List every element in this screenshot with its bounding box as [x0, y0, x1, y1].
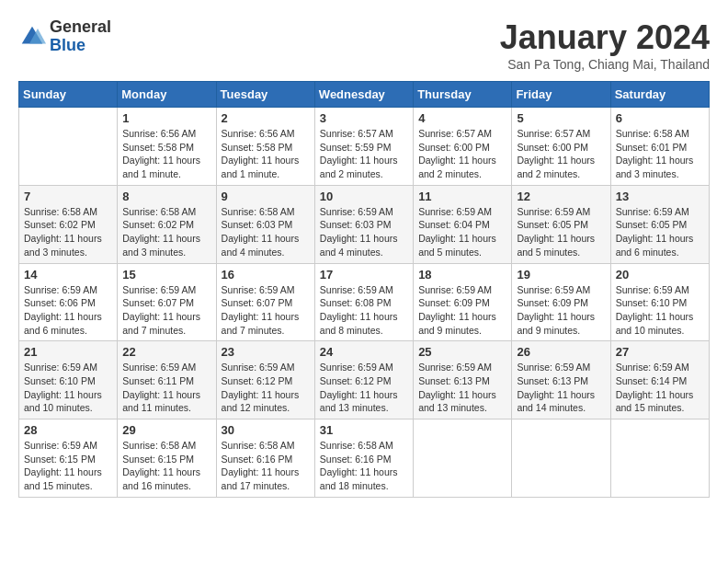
- calendar-cell: 6Sunrise: 6:58 AM Sunset: 6:01 PM Daylig…: [610, 108, 709, 186]
- week-row-4: 21Sunrise: 6:59 AM Sunset: 6:10 PM Dayli…: [19, 341, 710, 419]
- day-number: 5: [517, 111, 605, 125]
- day-number: 6: [616, 111, 704, 125]
- weekday-header-tuesday: Tuesday: [216, 82, 314, 108]
- day-info: Sunrise: 6:59 AM Sunset: 6:09 PM Dayligh…: [418, 283, 506, 338]
- logo: General Blue: [18, 18, 111, 55]
- day-info: Sunrise: 6:58 AM Sunset: 6:02 PM Dayligh…: [24, 205, 112, 259]
- day-number: 2: [222, 111, 310, 125]
- day-info: Sunrise: 6:59 AM Sunset: 6:10 PM Dayligh…: [616, 283, 704, 338]
- day-info: Sunrise: 6:59 AM Sunset: 6:05 PM Dayligh…: [517, 205, 605, 259]
- day-number: 24: [320, 345, 408, 359]
- day-info: Sunrise: 6:59 AM Sunset: 6:09 PM Dayligh…: [517, 283, 605, 338]
- day-info: Sunrise: 6:58 AM Sunset: 6:15 PM Dayligh…: [122, 439, 210, 493]
- day-info: Sunrise: 6:59 AM Sunset: 6:14 PM Dayligh…: [616, 361, 704, 415]
- day-info: Sunrise: 6:59 AM Sunset: 6:03 PM Dayligh…: [320, 205, 408, 259]
- day-number: 7: [24, 190, 112, 203]
- calendar-cell: 14Sunrise: 6:59 AM Sunset: 6:06 PM Dayli…: [19, 263, 118, 341]
- day-info: Sunrise: 6:58 AM Sunset: 6:16 PM Dayligh…: [222, 439, 310, 493]
- day-number: 28: [24, 423, 112, 437]
- calendar-cell: 22Sunrise: 6:59 AM Sunset: 6:11 PM Dayli…: [118, 341, 216, 419]
- weekday-header-monday: Monday: [118, 82, 216, 108]
- day-info: Sunrise: 6:56 AM Sunset: 5:58 PM Dayligh…: [222, 127, 310, 181]
- weekday-header-saturday: Saturday: [610, 82, 709, 108]
- day-info: Sunrise: 6:57 AM Sunset: 6:00 PM Dayligh…: [418, 127, 506, 181]
- calendar-cell: 2Sunrise: 6:56 AM Sunset: 5:58 PM Daylig…: [216, 108, 314, 186]
- day-number: 30: [222, 423, 310, 437]
- day-number: 4: [418, 111, 506, 125]
- day-number: 26: [517, 345, 605, 359]
- day-number: 22: [122, 345, 210, 359]
- calendar-cell: 27Sunrise: 6:59 AM Sunset: 6:14 PM Dayli…: [610, 341, 709, 419]
- calendar-cell: 18Sunrise: 6:59 AM Sunset: 6:09 PM Dayli…: [414, 263, 512, 341]
- calendar-cell: 9Sunrise: 6:58 AM Sunset: 6:03 PM Daylig…: [216, 185, 314, 263]
- day-info: Sunrise: 6:59 AM Sunset: 6:11 PM Dayligh…: [122, 361, 210, 415]
- day-number: 3: [320, 111, 408, 125]
- day-info: Sunrise: 6:59 AM Sunset: 6:08 PM Dayligh…: [320, 283, 408, 338]
- calendar-cell: 3Sunrise: 6:57 AM Sunset: 5:59 PM Daylig…: [314, 108, 413, 186]
- day-number: 19: [517, 268, 605, 282]
- week-row-2: 7Sunrise: 6:58 AM Sunset: 6:02 PM Daylig…: [19, 185, 710, 263]
- day-info: Sunrise: 6:59 AM Sunset: 6:05 PM Dayligh…: [616, 205, 704, 259]
- calendar-cell: 28Sunrise: 6:59 AM Sunset: 6:15 PM Dayli…: [19, 419, 118, 498]
- day-number: 18: [418, 268, 506, 282]
- calendar-cell: 15Sunrise: 6:59 AM Sunset: 6:07 PM Dayli…: [118, 263, 216, 341]
- day-number: 11: [418, 190, 506, 203]
- location-text: San Pa Tong, Chiang Mai, Thailand: [500, 57, 710, 72]
- logo-general-text: General: [50, 17, 111, 36]
- day-number: 16: [222, 268, 310, 282]
- calendar-cell: 13Sunrise: 6:59 AM Sunset: 6:05 PM Dayli…: [610, 185, 709, 263]
- weekday-header-sunday: Sunday: [19, 82, 118, 108]
- calendar-cell: 30Sunrise: 6:58 AM Sunset: 6:16 PM Dayli…: [216, 419, 314, 498]
- day-info: Sunrise: 6:59 AM Sunset: 6:07 PM Dayligh…: [122, 283, 210, 338]
- calendar-cell: 4Sunrise: 6:57 AM Sunset: 6:00 PM Daylig…: [414, 108, 512, 186]
- day-number: 14: [24, 268, 112, 282]
- day-info: Sunrise: 6:58 AM Sunset: 6:03 PM Dayligh…: [222, 205, 310, 259]
- day-number: 25: [418, 345, 506, 359]
- day-number: 10: [320, 190, 408, 203]
- day-number: 12: [517, 190, 605, 203]
- calendar-table: SundayMondayTuesdayWednesdayThursdayFrid…: [18, 81, 710, 498]
- weekday-header-thursday: Thursday: [414, 82, 512, 108]
- calendar-cell: 10Sunrise: 6:59 AM Sunset: 6:03 PM Dayli…: [314, 185, 413, 263]
- week-row-5: 28Sunrise: 6:59 AM Sunset: 6:15 PM Dayli…: [19, 419, 710, 498]
- logo-blue-text: Blue: [50, 36, 85, 54]
- calendar-cell: 31Sunrise: 6:58 AM Sunset: 6:16 PM Dayli…: [314, 419, 413, 498]
- calendar-cell: 7Sunrise: 6:58 AM Sunset: 6:02 PM Daylig…: [19, 185, 118, 263]
- weekday-header-row: SundayMondayTuesdayWednesdayThursdayFrid…: [19, 82, 710, 108]
- day-info: Sunrise: 6:59 AM Sunset: 6:13 PM Dayligh…: [418, 361, 506, 415]
- calendar-cell: 25Sunrise: 6:59 AM Sunset: 6:13 PM Dayli…: [414, 341, 512, 419]
- calendar-cell: [19, 108, 118, 186]
- day-number: 9: [222, 190, 310, 203]
- calendar-cell: 17Sunrise: 6:59 AM Sunset: 6:08 PM Dayli…: [314, 263, 413, 341]
- title-area: January 2024 San Pa Tong, Chiang Mai, Th…: [500, 18, 710, 72]
- day-info: Sunrise: 6:59 AM Sunset: 6:12 PM Dayligh…: [222, 361, 310, 415]
- weekday-header-wednesday: Wednesday: [314, 82, 413, 108]
- week-row-1: 1Sunrise: 6:56 AM Sunset: 5:58 PM Daylig…: [19, 108, 710, 186]
- calendar-cell: [610, 419, 709, 498]
- day-info: Sunrise: 6:59 AM Sunset: 6:13 PM Dayligh…: [517, 361, 605, 415]
- day-info: Sunrise: 6:58 AM Sunset: 6:01 PM Dayligh…: [616, 127, 704, 181]
- day-info: Sunrise: 6:56 AM Sunset: 5:58 PM Dayligh…: [122, 127, 210, 181]
- day-info: Sunrise: 6:59 AM Sunset: 6:07 PM Dayligh…: [222, 283, 310, 338]
- day-number: 29: [122, 423, 210, 437]
- day-number: 23: [222, 345, 310, 359]
- calendar-cell: 5Sunrise: 6:57 AM Sunset: 6:00 PM Daylig…: [512, 108, 610, 186]
- calendar-cell: 24Sunrise: 6:59 AM Sunset: 6:12 PM Dayli…: [314, 341, 413, 419]
- calendar-cell: 29Sunrise: 6:58 AM Sunset: 6:15 PM Dayli…: [118, 419, 216, 498]
- day-number: 27: [616, 345, 704, 359]
- calendar-cell: 8Sunrise: 6:58 AM Sunset: 6:02 PM Daylig…: [118, 185, 216, 263]
- day-info: Sunrise: 6:59 AM Sunset: 6:12 PM Dayligh…: [320, 361, 408, 415]
- day-info: Sunrise: 6:59 AM Sunset: 6:04 PM Dayligh…: [418, 205, 506, 259]
- logo-icon: [18, 23, 46, 51]
- calendar-cell: [512, 419, 610, 498]
- day-info: Sunrise: 6:58 AM Sunset: 6:02 PM Dayligh…: [122, 205, 210, 259]
- day-info: Sunrise: 6:57 AM Sunset: 5:59 PM Dayligh…: [320, 127, 408, 181]
- day-number: 15: [122, 268, 210, 282]
- calendar-cell: 19Sunrise: 6:59 AM Sunset: 6:09 PM Dayli…: [512, 263, 610, 341]
- calendar-cell: 11Sunrise: 6:59 AM Sunset: 6:04 PM Dayli…: [414, 185, 512, 263]
- day-number: 17: [320, 268, 408, 282]
- month-title: January 2024: [500, 18, 710, 57]
- calendar-cell: 26Sunrise: 6:59 AM Sunset: 6:13 PM Dayli…: [512, 341, 610, 419]
- logo-text: General Blue: [50, 18, 111, 55]
- day-info: Sunrise: 6:59 AM Sunset: 6:06 PM Dayligh…: [24, 283, 112, 338]
